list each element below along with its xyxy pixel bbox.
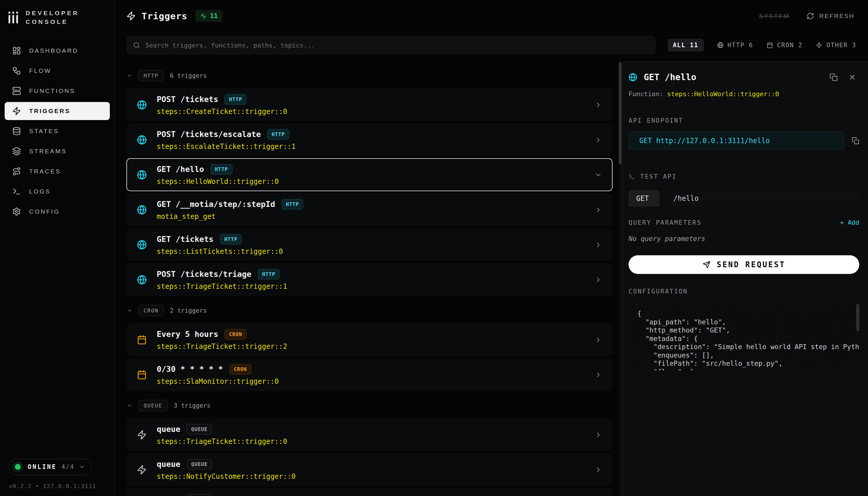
sidebar-item-dashboard[interactable]: DASHBOARD xyxy=(5,42,110,60)
trigger-type-badge: HTTP xyxy=(258,269,279,279)
globe-icon xyxy=(137,275,147,285)
group-count: 6 triggers xyxy=(170,72,207,79)
chevron-down-icon xyxy=(79,464,85,470)
trigger-title: 0/30 * * * * * xyxy=(157,365,223,374)
chevron-right-icon xyxy=(594,336,602,344)
test-api-label: TEST API xyxy=(640,173,677,180)
function-value: steps::HelloWorld::trigger::0 xyxy=(667,90,779,98)
sidebar-item-triggers[interactable]: TRIGGERS xyxy=(5,102,110,120)
trigger-title: GET /__motia/step/:stepId xyxy=(157,200,275,209)
filter-tab-cron-2[interactable]: CRON 2 xyxy=(767,42,803,49)
group-tag: CRON xyxy=(138,305,164,316)
list-scrollbar-thumb[interactable] xyxy=(619,62,622,164)
trigger-row[interactable]: queue QUEUE steps::NotifyCustomer::trigg… xyxy=(126,453,613,486)
trigger-title: queue xyxy=(157,495,180,496)
trigger-title: GET /hello xyxy=(157,165,204,174)
filter-tab-other-3[interactable]: OTHER 3 xyxy=(816,42,856,49)
add-query-param-button[interactable]: + Add xyxy=(840,219,859,226)
configuration-code-block: { "api_path": "hello", "http_method": "G… xyxy=(629,303,859,370)
configuration-label: CONFIGURATION xyxy=(629,288,859,295)
logo: DEVELOPER CONSOLE xyxy=(0,0,114,34)
copy-icon[interactable] xyxy=(830,73,838,81)
code-scrollbar-thumb[interactable] xyxy=(856,304,859,331)
activity-icon xyxy=(200,13,207,19)
search-box[interactable] xyxy=(126,36,655,54)
trigger-row[interactable]: POST /tickets/triage HTTP steps::TriageT… xyxy=(126,263,613,296)
refresh-icon xyxy=(806,12,814,20)
chevron-right-icon xyxy=(594,206,602,214)
trigger-title: GET /tickets xyxy=(157,235,213,244)
trigger-group-http: HTTP 6 triggers POST /tickets HTTP steps… xyxy=(126,70,613,296)
sidebar-item-config[interactable]: CONFIG xyxy=(5,203,110,221)
content: HTTP 6 triggers POST /tickets HTTP steps… xyxy=(115,58,868,496)
terminal-icon xyxy=(12,187,21,196)
refresh-button[interactable]: REFRESH xyxy=(806,12,855,20)
sidebar: DEVELOPER CONSOLE DASHBOARD FLOW FUNCTIO… xyxy=(0,0,115,496)
trigger-row[interactable]: 0/30 * * * * * CRON steps::SlaMonitor::t… xyxy=(126,358,613,391)
group-header[interactable]: CRON 2 triggers xyxy=(127,305,613,316)
filter-tab-http-6[interactable]: HTTP 6 xyxy=(717,42,753,49)
globe-icon xyxy=(137,100,147,110)
globe-icon xyxy=(137,170,147,180)
trigger-row[interactable]: POST /tickets/escalate HTTP steps::Escal… xyxy=(126,123,613,156)
trigger-list: HTTP 6 triggers POST /tickets HTTP steps… xyxy=(115,58,618,496)
logo-line1: DEVELOPER xyxy=(26,9,79,17)
zap-icon xyxy=(126,11,136,21)
chevron-right-icon xyxy=(594,241,602,249)
path-input[interactable]: /hello xyxy=(666,190,859,207)
system-toggle[interactable]: SYSTEM xyxy=(759,13,789,19)
sidebar-item-traces[interactable]: TRACES xyxy=(5,162,110,181)
trigger-type-badge: QUEUE xyxy=(187,424,212,434)
send-request-button[interactable]: SEND REQUEST xyxy=(629,255,859,274)
chevron-right-icon xyxy=(594,276,602,283)
sidebar-item-streams[interactable]: STREAMS xyxy=(5,142,110,160)
zap-icon xyxy=(12,107,21,115)
chevron-down-icon xyxy=(127,73,132,78)
close-icon[interactable] xyxy=(848,73,856,81)
detail-body: API ENDPOINT GET http://127.0.0.1:3111/h… xyxy=(622,107,868,496)
route-icon xyxy=(12,167,21,176)
trigger-row[interactable]: POST /tickets HTTP steps::CreateTicket::… xyxy=(126,88,613,121)
layers-icon xyxy=(12,147,21,156)
workflow-icon xyxy=(12,66,21,75)
trigger-row[interactable]: GET /hello HTTP steps::HelloWorld::trigg… xyxy=(126,158,613,191)
main-area: Triggers 11 SYSTEM REFRESH ALL 11 xyxy=(115,0,868,496)
method-select[interactable]: GET xyxy=(629,190,659,207)
globe-icon xyxy=(629,73,637,82)
no-query-parameters-text: No query parameters xyxy=(629,235,859,243)
database-icon xyxy=(12,127,21,136)
trigger-row[interactable]: queue QUEUE steps::TriageTicket::trigger… xyxy=(126,418,613,451)
search-input[interactable] xyxy=(145,42,649,49)
group-header[interactable]: HTTP 6 triggers xyxy=(127,70,613,81)
sidebar-item-functions[interactable]: FUNCTIONS xyxy=(5,82,110,100)
trigger-row[interactable]: Every 5 hours CRON steps::TriageTicket::… xyxy=(126,323,613,356)
sidebar-item-states[interactable]: STATES xyxy=(5,122,110,140)
trigger-row[interactable]: GET /__motia/step/:stepId HTTP motia_ste… xyxy=(126,193,613,226)
trigger-row[interactable]: queue QUEUE steps::EscalateTicket::trigg… xyxy=(126,488,613,496)
online-status-pill[interactable]: ONLINE 4/4 xyxy=(9,459,92,475)
trigger-row[interactable]: GET /tickets HTTP steps::ListTickets::tr… xyxy=(126,228,613,261)
trigger-type-badge: HTTP xyxy=(225,94,246,105)
sidebar-footer: ONLINE 4/4 v0.2.2 • 127.0.0.1:3111 xyxy=(0,452,114,496)
detail-title: GET /hello xyxy=(644,72,696,82)
trigger-title: POST /tickets/escalate xyxy=(157,130,261,139)
group-header[interactable]: QUEUE 3 triggers xyxy=(127,400,613,411)
copy-icon[interactable] xyxy=(852,137,859,144)
trigger-function: steps::TriageTicket::trigger::1 xyxy=(157,282,287,291)
sidebar-item-flow[interactable]: FLOW xyxy=(5,62,110,80)
dashboard-icon xyxy=(12,46,21,55)
trigger-group-cron: CRON 2 triggers Every 5 hours CRON steps… xyxy=(126,305,613,391)
trigger-function: steps::ListTickets::trigger::0 xyxy=(157,247,283,255)
filter-tab-all-11[interactable]: ALL 11 xyxy=(668,39,704,51)
api-endpoint-value: GET http://127.0.0.1:3111/hello xyxy=(629,132,844,150)
page-title: Triggers xyxy=(142,11,187,21)
function-label: Function: xyxy=(629,90,663,98)
trigger-function: steps::TriageTicket::trigger::2 xyxy=(157,342,287,351)
online-label: ONLINE xyxy=(28,463,57,470)
chevron-down-icon xyxy=(127,308,132,313)
trigger-count-badge: 11 xyxy=(195,10,223,22)
sidebar-item-logs[interactable]: LOGS xyxy=(5,183,110,201)
list-scrollbar[interactable] xyxy=(618,58,622,496)
logo-text: DEVELOPER CONSOLE xyxy=(26,9,79,27)
sidebar-nav: DASHBOARD FLOW FUNCTIONS TRIGGERS STATES… xyxy=(0,34,114,228)
